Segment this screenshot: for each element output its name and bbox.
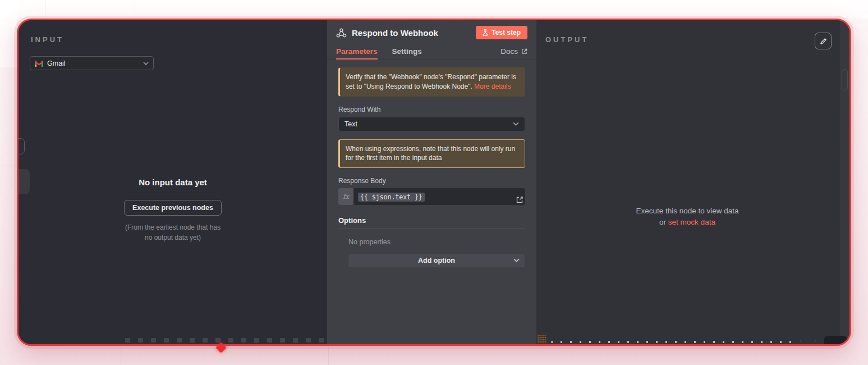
- canvas-top-strip: [0, 0, 868, 19]
- execute-previous-nodes-button[interactable]: Execute previous nodes: [124, 200, 222, 216]
- set-mock-data-link[interactable]: set mock data: [668, 218, 715, 226]
- canvas-grid-line: [328, 346, 329, 365]
- background-canvas-ticks: [125, 338, 327, 343]
- no-properties-text: No properties: [348, 238, 525, 246]
- flask-icon: [483, 29, 488, 36]
- tab-parameters[interactable]: Parameters: [336, 43, 378, 60]
- chevron-down-icon: [513, 122, 519, 126]
- respond-with-select[interactable]: Text: [338, 117, 525, 131]
- canvas-grid-line: [0, 166, 17, 166]
- add-option-button[interactable]: Add option: [348, 254, 525, 267]
- expand-expression-icon[interactable]: [516, 196, 523, 203]
- more-details-link[interactable]: More details: [474, 83, 511, 90]
- expression-warning-notice: When using expressions, note that this n…: [338, 139, 525, 168]
- options-section-title: Options: [338, 216, 525, 229]
- canvas-grid-line: [135, 0, 135, 19]
- expression-value: {{ $json.text }}: [358, 193, 425, 202]
- canvas-grid-line: [45, 0, 45, 19]
- no-input-data-title: No input data yet: [19, 177, 327, 187]
- clipped-corner-widget: [824, 336, 847, 344]
- output-panel: OUTPUT Execute this node to view data or…: [536, 20, 849, 344]
- chevron-down-icon: [513, 258, 520, 262]
- output-empty-state: Execute this node to view data or set mo…: [536, 206, 838, 227]
- chevron-down-icon: [143, 62, 149, 65]
- webhook-node-icon: [336, 28, 347, 38]
- docs-link[interactable]: Docs: [500, 47, 527, 56]
- node-title: Respond to Webhook: [352, 28, 471, 38]
- clipped-footer-icon: [537, 335, 546, 344]
- input-hint-text: (From the earliest node that has no outp…: [19, 222, 327, 243]
- output-panel-title: OUTPUT: [545, 35, 589, 44]
- input-source-select[interactable]: Gmail: [30, 56, 154, 70]
- input-source-label: Gmail: [47, 60, 139, 67]
- node-settings-panel: Respond to Webhook Test step Parameters …: [327, 20, 536, 344]
- input-panel-title: INPUT: [31, 35, 64, 44]
- external-link-icon: [521, 48, 527, 54]
- node-tabbar: Parameters Settings Docs: [327, 43, 536, 60]
- input-panel: INPUT Gmail No input data yet Execute pr…: [19, 20, 327, 344]
- response-body-label: Response Body: [338, 177, 525, 185]
- fx-toggle-icon[interactable]: fx: [338, 188, 353, 205]
- pencil-icon: [820, 38, 827, 45]
- panel-edge-handle-icon: [842, 69, 848, 90]
- clipped-footer-text: [551, 341, 792, 343]
- canvas-left-strip: [0, 0, 17, 67]
- webhook-verify-notice: Verify that the "Webhook" node's "Respon…: [338, 67, 525, 97]
- node-details-view: INPUT Gmail No input data yet Execute pr…: [17, 19, 851, 346]
- clipped-footer-dots: [800, 340, 816, 341]
- gmail-icon: [35, 60, 43, 67]
- canvas-grid-line: [121, 346, 121, 365]
- tab-settings[interactable]: Settings: [392, 43, 422, 60]
- test-step-button[interactable]: Test step: [476, 26, 527, 39]
- response-body-input[interactable]: fx {{ $json.text }}: [338, 188, 525, 205]
- respond-with-label: Respond With: [338, 106, 525, 113]
- edit-output-button[interactable]: [815, 33, 832, 49]
- panel-edge-tab[interactable]: [17, 169, 30, 194]
- panel-edge-handle-icon[interactable]: [17, 138, 25, 154]
